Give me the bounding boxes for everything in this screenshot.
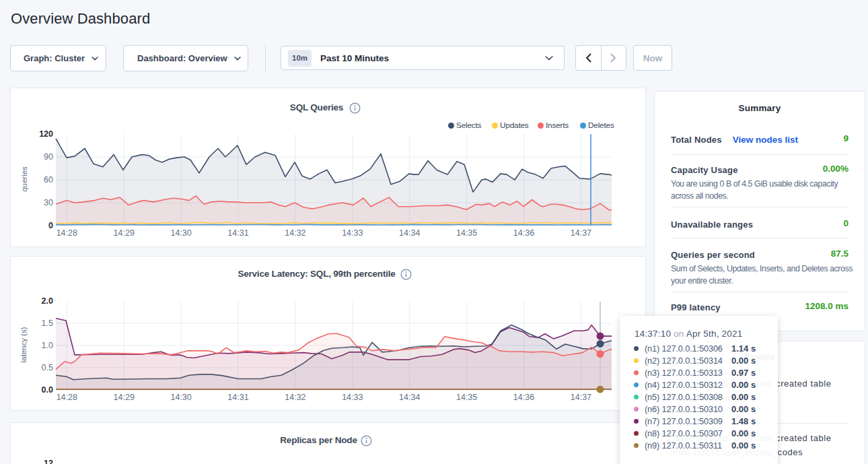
svg-text:14:34: 14:34 [399, 228, 420, 238]
svg-text:0: 0 [48, 221, 53, 230]
svg-text:120: 120 [39, 129, 53, 139]
svg-text:0.5: 0.5 [42, 363, 53, 372]
svg-text:14:30: 14:30 [170, 393, 191, 402]
svg-text:14:37: 14:37 [571, 228, 591, 238]
svg-text:14:35: 14:35 [456, 228, 477, 238]
svg-text:14:28: 14:28 [57, 228, 77, 238]
svg-text:60: 60 [44, 175, 53, 185]
svg-text:queries: queries [20, 166, 28, 192]
svg-text:14:31: 14:31 [227, 393, 248, 402]
svg-text:0.0: 0.0 [42, 385, 53, 395]
svg-text:14:35: 14:35 [456, 393, 477, 402]
svg-text:1.5: 1.5 [42, 319, 53, 328]
svg-text:1.0: 1.0 [42, 341, 53, 350]
svg-text:14:32: 14:32 [285, 393, 305, 402]
svg-text:14:28: 14:28 [57, 393, 77, 402]
svg-text:14:36: 14:36 [513, 393, 534, 402]
svg-text:14:30: 14:30 [170, 228, 191, 238]
svg-text:14:37: 14:37 [571, 393, 591, 402]
svg-text:14:29: 14:29 [114, 393, 135, 402]
svg-text:14:33: 14:33 [342, 393, 363, 402]
svg-text:90: 90 [44, 152, 53, 162]
svg-text:14:33: 14:33 [342, 228, 363, 238]
svg-text:30: 30 [44, 198, 53, 207]
svg-text:14:32: 14:32 [285, 228, 305, 238]
svg-text:2.0: 2.0 [42, 296, 53, 306]
svg-text:14:31: 14:31 [227, 228, 248, 238]
svg-text:14:34: 14:34 [399, 393, 420, 402]
svg-text:latency (s): latency (s) [20, 327, 28, 362]
svg-text:14:36: 14:36 [513, 228, 534, 238]
svg-text:14:29: 14:29 [114, 228, 135, 238]
